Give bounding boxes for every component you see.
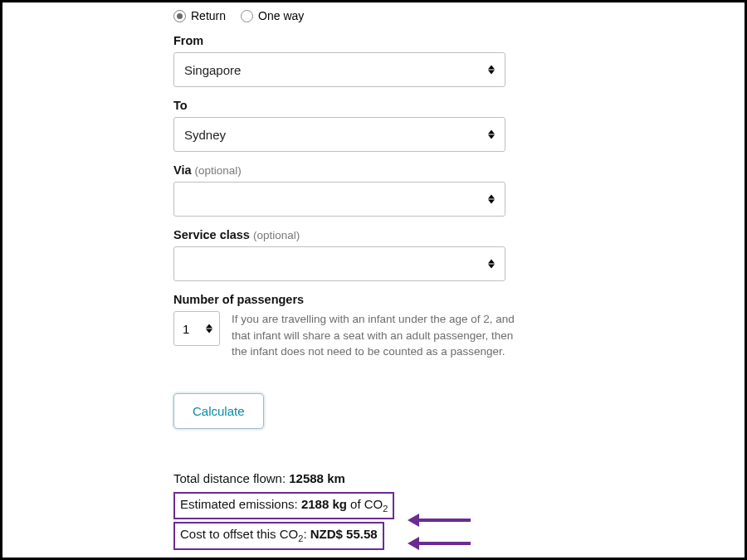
from-value: Singapore (184, 63, 241, 77)
arrow-left-icon (417, 542, 471, 545)
to-label: To (173, 99, 534, 112)
select-arrows-icon (488, 260, 495, 269)
service-class-label: Service class (optional) (173, 228, 534, 241)
from-select[interactable]: Singapore (173, 52, 505, 87)
trip-type-return-radio[interactable]: Return (173, 9, 226, 22)
via-select[interactable] (173, 182, 505, 217)
via-label: Via (optional) (173, 163, 534, 177)
select-arrows-icon (488, 195, 495, 204)
cost-offset-value: NZD$ 55.58 (310, 527, 378, 541)
passengers-label: Number of passengers (173, 293, 534, 306)
select-arrows-icon (206, 324, 212, 334)
passengers-select[interactable]: 1 (173, 311, 220, 346)
service-class-select[interactable] (173, 246, 505, 281)
to-value: Sydney (184, 128, 226, 142)
select-arrows-icon (488, 66, 495, 75)
cost-offset-box: Cost to offset this CO2: NZD$ 55.58 (173, 522, 384, 550)
total-distance-line: Total distance flown: 12588 km (173, 469, 534, 489)
trip-type-oneway-label: One way (258, 9, 304, 22)
estimated-emissions-box: Estimated emissions: 2188 kg of CO2 (173, 492, 394, 520)
passengers-note: If you are travelling with an infant und… (232, 311, 530, 360)
trip-type-radio-group: Return One way (173, 9, 534, 22)
to-select[interactable]: Sydney (173, 117, 505, 152)
results-section: Total distance flown: 12588 km Estimated… (173, 469, 534, 553)
trip-type-oneway-radio[interactable]: One way (241, 9, 304, 22)
radio-unselected-icon (241, 10, 253, 22)
arrow-left-icon (417, 519, 471, 522)
select-arrows-icon (488, 130, 495, 139)
total-distance-value: 12588 km (289, 471, 345, 485)
radio-selected-icon (173, 10, 186, 22)
service-class-optional-label: (optional) (253, 229, 300, 241)
calculate-button[interactable]: Calculate (173, 393, 264, 429)
passengers-value: 1 (183, 322, 189, 336)
trip-type-return-label: Return (191, 9, 226, 22)
via-optional-label: (optional) (195, 164, 242, 177)
from-label: From (173, 34, 534, 47)
estimated-emissions-value: 2188 kg (301, 497, 347, 511)
